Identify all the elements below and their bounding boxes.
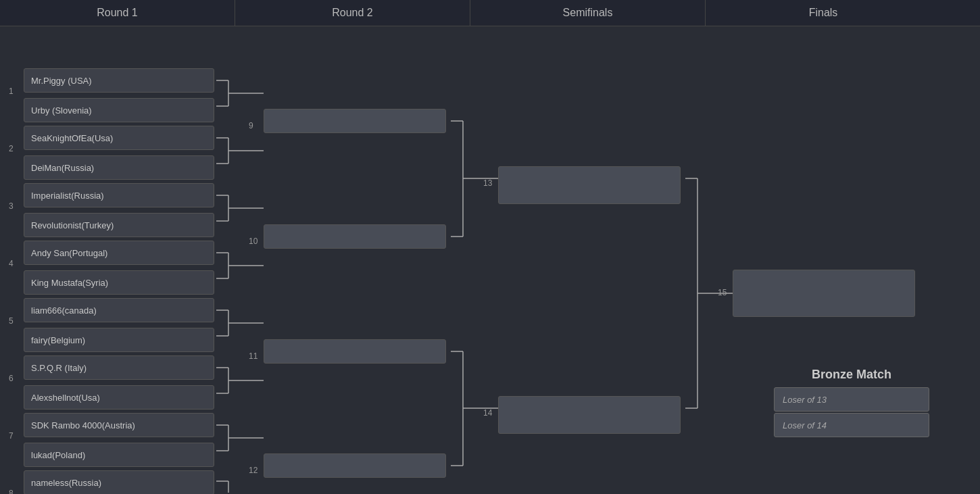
- r1-match3-player1: Imperialist(Russia): [24, 183, 214, 207]
- finals-num-15: 15: [718, 288, 727, 297]
- r1-match1-player1: Mr.Piggy (USA): [24, 68, 214, 93]
- r1-match4-group: 4 Andy San(Portugal) King Mustafa(Syria): [24, 241, 214, 295]
- r2-num-11: 11: [249, 351, 258, 361]
- r1-match2-player2: DeiMan(Russia): [24, 155, 214, 180]
- r2-match9: 9: [264, 109, 446, 133]
- match-num-3: 3: [9, 201, 14, 211]
- r1-match6-group: 6 S.P.Q.R (Italy) Alexshellnot(Usa): [24, 355, 214, 410]
- r2-match12: 12: [264, 453, 446, 478]
- r1-match6-player2: Alexshellnot(Usa): [24, 385, 214, 410]
- semi-match14: 14: [498, 396, 681, 434]
- r2-match12-slot: [264, 453, 446, 478]
- r1-match3-group: 3 Imperialist(Russia) Revolutionist(Turk…: [24, 183, 214, 237]
- r1-match7-group: 7 SDK Rambo 4000(Austria) lukad(Poland): [24, 413, 214, 467]
- r1-match4-player1: Andy San(Portugal): [24, 241, 214, 265]
- header-round1: Round 1: [0, 0, 235, 26]
- r1-match8-group: 8 nameless(Russia) MrSmokkk(Ukraine): [24, 470, 214, 494]
- bronze-match-section: Bronze Match Loser of 13 Loser of 14: [774, 368, 929, 439]
- r2-match10: 10: [264, 224, 446, 249]
- match-num-2: 2: [9, 144, 14, 153]
- finals-match15-slot: [733, 270, 915, 317]
- semi-match14-slot: [498, 396, 681, 434]
- semi-match13: 13: [498, 166, 681, 204]
- r1-match3-player2: Revolutionist(Turkey): [24, 213, 214, 237]
- r2-match9-slot: [264, 109, 446, 133]
- r1-match4-player2: King Mustafa(Syria): [24, 270, 214, 295]
- r1-match5-player1: liam666(canada): [24, 298, 214, 322]
- finals-match15: 15: [733, 270, 915, 317]
- r1-match7-player1: SDK Rambo 4000(Austria): [24, 413, 214, 437]
- match-num-4: 4: [9, 259, 14, 268]
- r1-match1-group: 1 Mr.Piggy (USA) Urby (Slovenia): [24, 68, 214, 122]
- r2-match11-slot: [264, 339, 446, 364]
- match-num-1: 1: [9, 87, 14, 96]
- semi-num-14: 14: [483, 408, 492, 418]
- r2-num-12: 12: [249, 466, 258, 475]
- bronze-slot2: Loser of 14: [774, 413, 929, 437]
- match-num-8: 8: [9, 489, 14, 494]
- r2-match11: 11: [264, 339, 446, 364]
- header-finals: Finals: [706, 0, 941, 26]
- r2-match10-slot: [264, 224, 446, 249]
- r2-num-9: 9: [249, 121, 253, 130]
- bronze-slot1: Loser of 13: [774, 387, 929, 412]
- r1-match1-player2: Urby (Slovenia): [24, 98, 214, 122]
- header: Round 1 Round 2 Semifinals Finals: [0, 0, 980, 26]
- semi-match13-slot: [498, 166, 681, 204]
- semi-num-13: 13: [483, 178, 492, 188]
- header-round2: Round 2: [235, 0, 470, 26]
- bronze-title: Bronze Match: [774, 368, 929, 382]
- r1-match5-group: 5 liam666(canada) fairy(Belgium): [24, 298, 214, 352]
- r1-match5-player2: fairy(Belgium): [24, 328, 214, 352]
- r1-match6-player1: S.P.Q.R (Italy): [24, 355, 214, 380]
- header-semifinals: Semifinals: [470, 0, 706, 26]
- match-num-6: 6: [9, 374, 14, 383]
- match-num-5: 5: [9, 316, 14, 326]
- r1-match2-player1: SeaKnightOfEa(Usa): [24, 126, 214, 150]
- r1-match8-player1: nameless(Russia): [24, 470, 214, 494]
- r1-match7-player2: lukad(Poland): [24, 443, 214, 467]
- r2-num-10: 10: [249, 237, 258, 246]
- match-num-7: 7: [9, 431, 14, 441]
- r1-match2-group: 2 SeaKnightOfEa(Usa) DeiMan(Russia): [24, 126, 214, 180]
